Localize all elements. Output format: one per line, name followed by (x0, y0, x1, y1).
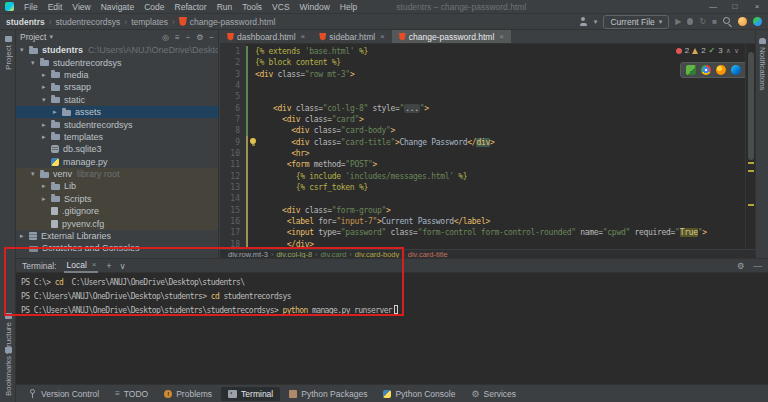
menu-view[interactable]: View (67, 2, 95, 12)
toolwindow-version-control[interactable]: Version Control (22, 387, 106, 401)
breadcrumb-item-studentrs[interactable]: studentrs (6, 17, 45, 27)
menu-help[interactable]: Help (335, 2, 362, 12)
close-icon[interactable]: × (92, 260, 97, 269)
rerun-button[interactable]: ↻ (699, 17, 706, 26)
menu-edit[interactable]: Edit (43, 2, 68, 12)
toolwindow-python-console[interactable]: Python Console (376, 387, 462, 401)
close-tab-icon[interactable]: × (301, 32, 306, 41)
terminal-output[interactable]: PS C:\> cd C:\Users\ANUJ\OneDrive\Deskto… (16, 273, 768, 318)
hide-panel-icon[interactable]: − (209, 33, 214, 42)
tree-item-gitignore[interactable]: .gitignore (16, 205, 218, 217)
folder-icon (51, 196, 60, 202)
terminal-tab-local[interactable]: Local × (64, 259, 98, 273)
file-icon (51, 207, 58, 215)
tree-item-scripts[interactable]: ▸Scripts (16, 193, 218, 205)
project-tree: ▾studentrsC:\Users\ANUJ\OneDrive\Desktop… (16, 44, 218, 255)
new-terminal-icon[interactable]: + (106, 261, 111, 271)
menu-file[interactable]: File (19, 2, 43, 12)
toolwindow-python-packages[interactable]: Python Packages (282, 387, 374, 401)
error-count: 2 (685, 46, 689, 55)
toolwindow-terminal[interactable]: Terminal (221, 387, 280, 401)
tree-item-pyvenv-cfg[interactable]: pyvenv.cfg (16, 217, 218, 229)
tree-item-external-libraries[interactable]: ▸External Libraries (16, 230, 218, 242)
menu-navigate[interactable]: Navigate (96, 2, 140, 12)
toolwindow-problems[interactable]: !Problems (157, 387, 219, 401)
debug-button[interactable] (687, 18, 693, 25)
edge-icon[interactable] (731, 65, 741, 75)
scratch-icon (29, 246, 38, 252)
close-button[interactable]: × (746, 2, 768, 11)
tab-label: dashboard.html (237, 32, 296, 42)
chevron-down-icon[interactable]: ∨ (119, 261, 125, 271)
line-number: 2 (220, 57, 240, 68)
terminal-cursor (394, 305, 398, 314)
plugin-orange-icon[interactable] (738, 17, 747, 26)
tree-item-assets[interactable]: ▸assets (16, 106, 218, 118)
terminal-tab-label: Local (66, 260, 86, 270)
firefox-icon[interactable] (716, 65, 726, 75)
prev-problem-icon[interactable]: ∧ (726, 47, 731, 55)
tree-item-studentrecordsys[interactable]: ▸studentrecordsys (16, 118, 218, 130)
line-number: 17 (220, 227, 240, 238)
ide-preview-icon[interactable] (686, 65, 696, 75)
chrome-icon[interactable] (701, 65, 711, 75)
tree-item-lib[interactable]: ▸Lib (16, 180, 218, 192)
toolwindow-todo[interactable]: ≡TODO (108, 387, 155, 401)
tree-item-studentrs[interactable]: ▾studentrsC:\Users\ANUJ\OneDrive\Desktop… (16, 44, 218, 56)
user-profile-icon[interactable] (579, 17, 588, 26)
minimize-button[interactable]: — (702, 2, 724, 11)
hide-terminal-icon[interactable]: — (754, 261, 763, 271)
maximize-button[interactable]: □ (724, 2, 746, 11)
code-line: {% csrf_token %} (255, 182, 745, 193)
menu-tools[interactable]: Tools (237, 2, 267, 12)
tree-item-media[interactable]: ▸media (16, 69, 218, 81)
tree-item-db-sqlite3[interactable]: db.sqlite3 (16, 143, 218, 155)
tree-item-studentrecordsys[interactable]: ▾studentrecordsys (16, 56, 218, 68)
plugin-teal-icon[interactable] (753, 17, 762, 26)
breadcrumb-item-studentrecordsys[interactable]: studentrecordsys (56, 17, 121, 27)
settings-icon[interactable]: ⚙ (196, 33, 203, 42)
tool-button-bookmarks[interactable]: Bookmarks (0, 347, 16, 396)
code-line: <div class="col-lg-8" style="..."> (255, 103, 745, 114)
menu-run[interactable]: Run (212, 2, 238, 12)
tree-item-templates[interactable]: ▸templates (16, 131, 218, 143)
menu-refactor[interactable]: Refactor (170, 2, 212, 12)
tool-button-project[interactable]: Project (0, 36, 16, 70)
expand-all-icon[interactable]: ≡ (175, 33, 180, 42)
tree-item-static[interactable]: ▾static (16, 94, 218, 106)
tab-label: sidebar.html (329, 32, 375, 42)
inspections-widget[interactable]: 2 2 ✓ 3 ∧ ∨ (676, 46, 739, 55)
tab-change-password-html[interactable]: change-password.html× (392, 30, 511, 43)
breadcrumb-item-change-password-html[interactable]: change-password.html (190, 17, 276, 27)
close-tab-icon[interactable]: × (380, 32, 385, 41)
collapse-all-icon[interactable]: ÷ (186, 33, 190, 42)
breadcrumb-item-templates[interactable]: templates (131, 17, 168, 27)
run-configuration-select[interactable]: Current File ▾ (603, 15, 669, 29)
tab-sidebar-html[interactable]: sidebar.html× (312, 30, 392, 43)
search-everywhere-icon[interactable] (723, 17, 732, 26)
tab-dashboard-html[interactable]: dashboard.html× (220, 30, 312, 43)
menu-window[interactable]: Window (295, 2, 335, 12)
menu-bar: FileEditViewNavigateCodeRefactorRunTools… (19, 2, 362, 12)
code-line: <hr> (255, 148, 745, 159)
code-editor[interactable]: 123456789101112131415161718 {% extends '… (220, 44, 745, 249)
tool-button-notifications[interactable]: Notifications (756, 38, 768, 91)
toolwindow-services[interactable]: ⚙Services (464, 387, 523, 401)
run-button[interactable]: ▶ (675, 17, 681, 26)
python-icon (383, 390, 391, 398)
editor-scrollbar[interactable] (745, 44, 755, 249)
tree-item-venv[interactable]: ▾venvlibrary root (16, 168, 218, 180)
stop-button[interactable]: ■ (712, 17, 717, 26)
menu-vcs[interactable]: VCS (267, 2, 294, 12)
tree-item-manage-py[interactable]: manage.py (16, 156, 218, 168)
scrollbar-thumb[interactable] (748, 52, 754, 160)
next-problem-icon[interactable]: ∨ (734, 47, 739, 55)
locate-file-icon[interactable]: ◎ (162, 33, 169, 42)
close-tab-icon[interactable]: × (499, 32, 504, 41)
terminal-settings-icon[interactable]: ⚙ (737, 261, 745, 271)
menu-code[interactable]: Code (139, 2, 169, 12)
tree-item-scratches-and-consoles[interactable]: Scratches and Consoles (16, 242, 218, 254)
tree-item-srsapp[interactable]: ▸srsapp (16, 81, 218, 93)
intention-bulb-icon[interactable] (250, 138, 256, 144)
editor-breadcrumbs: div.row.mt-3›div.col-lg-8›div.card›div.c… (220, 249, 755, 258)
